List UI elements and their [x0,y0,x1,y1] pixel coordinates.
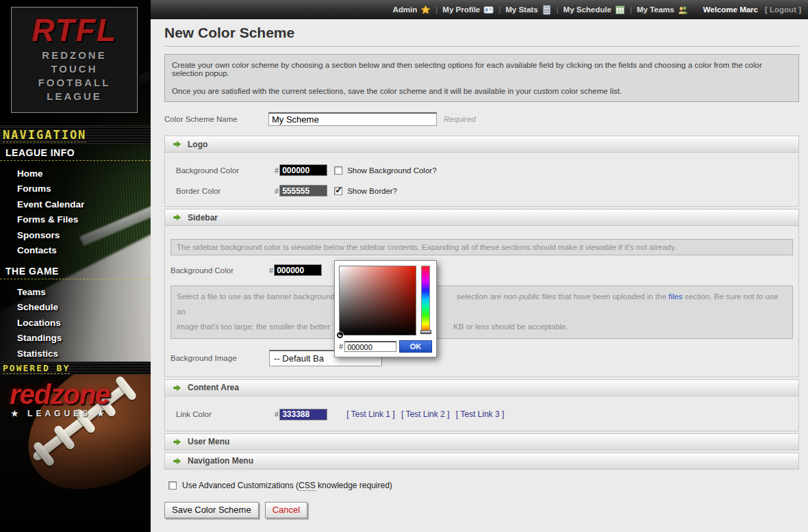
sidebar-item-teams[interactable]: Teams [0,285,151,300]
section-navigation-menu: Navigation Menu [164,453,799,470]
topbar-admin-link[interactable]: Admin [393,5,431,15]
checkmark: ✓ [335,185,342,195]
field-label: Background Color [176,166,275,175]
topbar-my-profile-label: My Profile [442,5,480,14]
section-title-content-area: Content Area [188,383,239,392]
section-body-logo: Background Color # Show Background Color… [164,153,799,207]
form-actions: Save Color Scheme Cancel [164,502,799,518]
hash-prefix: # [275,410,279,418]
note-fragment: selection are [457,292,503,301]
section-header-logo[interactable]: Logo [164,136,799,153]
league-sidebar: RTFL REDZONE TOUCH FOOTBALL LEAGUE NAVIG… [0,0,151,532]
main-content: New Color Scheme Create your own color s… [151,19,808,532]
welcome-user-label: Welcome Marc [703,5,758,14]
green-arrow-icon [173,140,181,149]
note-fragment: KB or less should be acceptable. [453,322,568,331]
sidebar-item-home[interactable]: Home [0,166,151,181]
sidebar-item-schedule[interactable]: Schedule [0,300,151,315]
league-logo[interactable]: RTFL REDZONE TOUCH FOOTBALL LEAGUE [11,7,138,113]
group-icon [678,5,688,15]
topbar-my-stats-link[interactable]: My Stats [505,5,551,15]
show-background-color-checkbox[interactable] [334,166,342,175]
logo-background-color-row: Background Color # Show Background Color… [171,164,793,176]
sidebar-item-sponsors[interactable]: Sponsors [0,228,151,243]
logout-link[interactable]: [ Logout ] [765,5,801,14]
sidebar-item-event-calendar[interactable]: Event Calendar [0,197,151,212]
league-logo-line: REDZONE [12,49,137,62]
logo-border-color-swatch[interactable] [279,185,327,197]
files-link[interactable]: files [668,292,682,301]
intro-paragraph-1: Create your own color scheme by choosing… [172,61,792,77]
section-user-menu: User Menu [164,433,799,451]
section-header-content-area[interactable]: Content Area [164,379,799,396]
scheme-name-label: Color Scheme Name [164,115,268,123]
save-color-scheme-button[interactable]: Save Color Scheme [164,502,259,518]
note-fragment: files that have been uploaded in the [540,292,668,301]
test-link-3[interactable]: [ Test Link 3 ] [456,409,504,419]
vcard-icon [483,5,494,15]
navigation-banner: NAVIGATION [0,125,151,144]
powered-by-artwork: redzone ★ LEAGUES ★ [0,375,151,532]
section-title-navigation-menu: Navigation Menu [188,456,253,466]
logo-bg-color-swatch[interactable] [279,164,327,176]
link-color-swatch[interactable] [279,409,327,420]
advanced-customizations-row: Use Advanced Customizations (CSS knowled… [168,481,799,490]
select-value: -- Default Ba [274,353,324,364]
test-link-1[interactable]: [ Test Link 1 ] [346,409,394,419]
sidebar-item-contacts[interactable]: Contacts [0,243,151,258]
cancel-button[interactable]: Cancel [265,502,307,518]
hue-slider[interactable] [421,266,430,334]
powered-by-banner: POWERED BY [0,362,151,375]
picker-hex-input[interactable] [344,341,396,352]
league-logo-line: TOUCH [12,62,137,76]
nav-section-title: THE GAME [0,264,151,279]
calculator-icon [542,5,552,15]
sidebar-bg-color-swatch[interactable] [274,264,322,276]
color-marker-handle[interactable] [337,332,343,338]
hue-slider-handle[interactable] [420,330,431,334]
checkbox-label: Show Background Color? [347,166,436,175]
test-links: [ Test Link 1 ] [ Test Link 2 ] [ Test L… [346,409,508,419]
section-title-logo: Logo [188,140,207,149]
topbar-divider: | [435,5,438,14]
nav-section-title: LEAGUE INFO [0,146,151,161]
section-header-navigation-menu[interactable]: Navigation Menu [164,453,799,470]
sidebar-item-standings[interactable]: Standings [0,331,151,346]
topbar-admin-label: Admin [393,5,418,14]
logo-border-color-row: Border Color # ✓ Show Border? [171,185,793,197]
banner-image-note: Select a file to use as the banner backg… [171,286,793,339]
field-label: Border Color [176,187,275,195]
section-title-user-menu: User Menu [188,437,229,446]
css-abbr: CSS [299,481,316,491]
topbar-divider: | [557,5,559,14]
color-gradient-square[interactable] [339,266,416,335]
section-header-sidebar[interactable]: Sidebar [164,209,799,226]
topbar-my-schedule-label: My Schedule [564,5,611,14]
advanced-customizations-checkbox[interactable] [168,481,177,490]
section-body-content-area: Link Color # [ Test Link 1 ] [ Test Link… [164,396,799,431]
show-border-checkbox[interactable]: ✓ [334,187,342,195]
sidebar-item-forums[interactable]: Forums [0,181,151,197]
sidebar-item-locations[interactable]: Locations [0,316,151,331]
topbar-my-profile-link[interactable]: My Profile [442,5,494,15]
redzone-wordmark: redzone [10,380,110,409]
link-color-row: Link Color # [ Test Link 1 ] [ Test Link… [171,409,793,420]
sidebar-item-statistics[interactable]: Statistics [0,346,151,362]
note-emphasis: non-public [503,292,540,301]
nav-group-the-game: THE GAME Teams Schedule Locations Standi… [0,264,151,362]
field-label: Background Color [171,266,269,275]
sidebar-background-color-row: Background Color # [165,264,798,276]
redzone-leagues-logo[interactable]: redzone ★ LEAGUES ★ [10,380,110,418]
test-link-2[interactable]: [ Test Link 2 ] [401,409,449,419]
color-picker-popup: # OK [334,260,437,357]
section-logo: Logo Background Color # Show Background … [164,136,799,207]
green-arrow-icon [173,213,181,222]
scheme-name-input[interactable] [268,112,437,126]
redzone-leagues-label: ★ LEAGUES ★ [10,409,110,418]
picker-ok-button[interactable]: OK [399,340,432,353]
sidebar-item-forms-files[interactable]: Forms & Files [0,212,151,227]
section-header-user-menu[interactable]: User Menu [164,433,799,451]
topbar-my-teams-link[interactable]: My Teams [637,5,688,15]
green-arrow-icon [173,438,181,446]
topbar-my-schedule-link[interactable]: My Schedule [564,5,625,15]
